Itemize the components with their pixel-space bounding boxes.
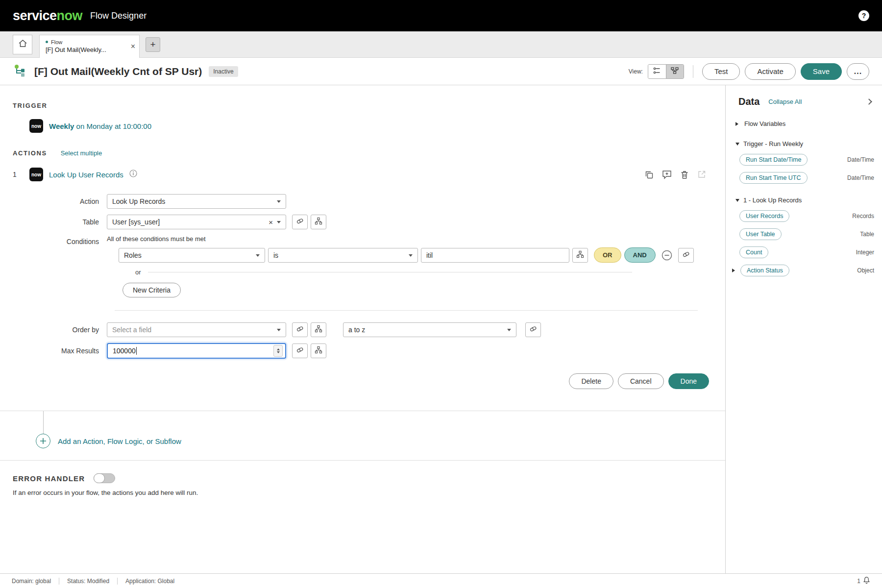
test-button[interactable]: Test [702,63,740,80]
close-icon[interactable]: × [131,42,135,51]
conditions-note: All of these conditions must be met [107,235,694,243]
data-pill[interactable]: Run Start Date/Time [739,154,808,166]
order-direction-value: a to z [348,326,365,334]
order-by-select[interactable]: Select a field [107,322,286,337]
section-look-up-records[interactable]: 1 - Look Up Records [735,196,882,204]
trigger-schedule-name: Weekly [49,122,74,130]
or-divider-row: or [135,269,632,276]
data-pill[interactable]: Run Start Time UTC [739,172,808,184]
tab-kind-label: Flow [51,39,62,45]
condition-field-select[interactable]: Roles [119,248,265,263]
action-header: 1 now Look Up User Records [13,168,706,181]
or-divider-line [148,272,632,272]
action-title-link[interactable]: Look Up User Records [49,171,123,179]
tree-picker-button[interactable] [572,248,588,263]
chevron-down-icon [277,221,281,225]
delete-icon[interactable] [680,170,689,179]
or-condition-button[interactable]: OR [594,247,621,263]
data-pill[interactable]: Count [739,246,768,258]
tab-title: [F] Out Mail(Weekly... [46,46,126,53]
tab-flow[interactable]: Flow [F] Out Mail(Weekly... × [39,35,140,58]
flow-type-icon [13,63,27,80]
notification-area[interactable]: 1 [857,576,870,586]
data-pill-picker-button[interactable] [678,248,694,263]
section-label: Trigger - Run Weekly [743,140,803,147]
tree-picker-button[interactable] [311,343,326,358]
view-diagram-icon [671,67,679,76]
add-action-button[interactable] [36,434,50,448]
table-select[interactable]: User [sys_user] × [107,215,286,229]
section-flow-variables[interactable]: Flow Variables [735,120,882,127]
data-pill-picker-button[interactable] [525,322,541,337]
remove-condition-icon[interactable] [662,250,672,261]
collapse-panel-button[interactable] [865,98,873,106]
data-pill[interactable]: User Table [739,228,782,240]
condition-operator-select[interactable]: is [268,248,418,263]
section-trigger[interactable]: Trigger - Run Weekly [735,140,882,147]
done-button[interactable]: Done [668,373,709,389]
save-button[interactable]: Save [801,63,842,80]
collapse-all-link[interactable]: Collapse All [768,98,802,105]
page-header: [F] Out Mail(Weekly Cnt of SP Usr) Inact… [0,58,882,85]
add-action-label[interactable]: Add an Action, Flow Logic, or Subflow [58,437,181,445]
add-action-row: Add an Action, Flow Logic, or Subflow [0,411,725,460]
data-pill[interactable]: Action Status [740,265,789,276]
data-pill-picker-button[interactable] [292,322,308,337]
chevron-right-icon[interactable] [732,269,737,272]
comment-icon[interactable] [662,170,672,179]
notification-count: 1 [857,578,860,585]
chevron-down-icon [277,329,281,333]
main-area: TRIGGER now Weekly on Monday at 10:00:00… [0,85,882,573]
logo-now-text: now [57,8,83,23]
tree-picker-icon [315,325,322,335]
view-flow-button[interactable] [648,65,666,78]
number-stepper[interactable] [273,345,283,357]
trigger-row[interactable]: now Weekly on Monday at 10:00:00 [29,119,725,133]
order-direction-select[interactable]: a to z [343,322,516,337]
data-pill-icon [296,346,304,356]
status-badge: Inactive [209,66,238,77]
new-tab-button[interactable]: + [146,37,160,52]
data-pill-icon [296,217,304,227]
servicenow-logo: servicenow [13,8,82,24]
new-criteria-button[interactable]: New Criteria [122,283,181,297]
activate-button[interactable]: Activate [745,63,795,80]
data-pill-picker-button[interactable] [292,343,308,358]
delete-button[interactable]: Delete [569,373,613,389]
clear-icon[interactable]: × [269,218,273,226]
duplicate-icon[interactable] [644,170,654,179]
help-icon[interactable]: ? [858,10,869,21]
chevron-right-icon [866,98,872,105]
canvas-divider [0,460,725,461]
condition-value-input[interactable]: itil [421,248,569,263]
action-footer: Delete Cancel Done [0,373,709,389]
cancel-button[interactable]: Cancel [618,373,664,389]
order-by-placeholder: Select a field [112,326,151,334]
tree-picker-button[interactable] [311,322,326,337]
conditions-field-row: Conditions All of these conditions must … [0,235,725,263]
and-condition-button[interactable]: AND [624,247,656,263]
error-handler-toggle[interactable] [94,473,115,483]
select-multiple-link[interactable]: Select multiple [61,149,102,157]
view-diagram-button[interactable] [666,65,684,78]
condition-row: Roles is itil [119,247,694,263]
top-app-bar: servicenow Flow Designer ? [0,0,882,31]
data-pill-row: User Table Table [739,228,874,240]
data-pill-picker-button[interactable] [292,215,308,229]
home-icon [18,39,27,49]
error-handler-section: ERROR HANDLER If an error occurs in your… [13,473,725,496]
max-results-row: Max Results 100000 [0,343,725,359]
condition-field-value: Roles [124,251,142,259]
action-field-label: Action [0,197,107,205]
info-icon[interactable] [129,170,137,179]
pill-type: Table [860,231,874,238]
home-button[interactable] [13,35,32,54]
data-pill[interactable]: User Records [739,210,789,222]
more-options-button[interactable]: ... [847,63,869,80]
view-toggle-group [648,64,684,79]
max-results-input[interactable]: 100000 [107,343,286,359]
flow-connector-line [43,411,44,435]
action-select[interactable]: Look Up Records [107,194,286,209]
tree-picker-button[interactable] [311,215,326,229]
toggle-knob [94,473,105,483]
